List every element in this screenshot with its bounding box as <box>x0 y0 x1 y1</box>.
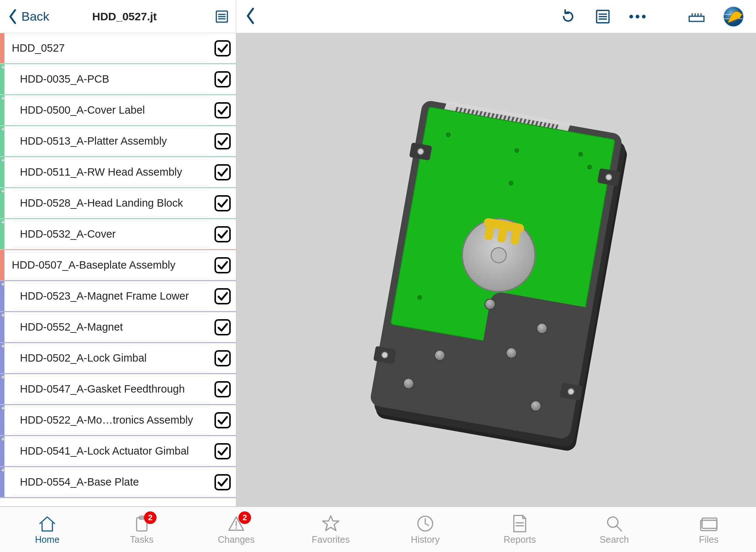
tree-row[interactable]: +HDD-0532_A-Cover <box>0 219 236 250</box>
tree-row[interactable]: +HDD-0541_A-Lock Actuator Gimbal <box>0 436 236 467</box>
svg-point-26 <box>608 517 618 527</box>
row-body: HDD-0547_A-Gasket Feedthrough <box>13 376 209 403</box>
part-label: HDD-0547_A-Gasket Feedthrough <box>20 383 185 395</box>
visibility-checkbox[interactable] <box>214 71 231 87</box>
expand-icon[interactable]: + <box>0 374 6 380</box>
expand-icon[interactable]: + <box>0 219 6 225</box>
visibility-checkbox[interactable] <box>214 195 231 211</box>
visibility-checkbox[interactable] <box>214 102 231 118</box>
visibility-checkbox[interactable] <box>214 443 231 459</box>
expand-icon[interactable]: + <box>0 95 6 101</box>
tree-row[interactable]: HDD_0527 <box>0 33 236 64</box>
visibility-checkbox[interactable] <box>214 350 231 366</box>
row-body: HDD_0527 <box>4 35 209 62</box>
tab-label: History <box>411 534 440 545</box>
tree-row[interactable]: +HDD-0547_A-Gasket Feedthrough <box>0 374 236 405</box>
3d-canvas[interactable] <box>236 33 756 506</box>
svg-point-10 <box>642 15 646 18</box>
viewer-back-button[interactable] <box>246 8 255 25</box>
tree-row[interactable]: +HDD-0500_A-Cover Label <box>0 95 236 126</box>
part-label: HDD-0554_A-Base Plate <box>20 476 139 488</box>
row-accent: + <box>0 219 4 249</box>
visibility-checkbox[interactable] <box>214 319 231 335</box>
tab-tasks[interactable]: Tasks2 <box>94 507 189 552</box>
list-view-icon[interactable] <box>214 9 229 24</box>
tab-history[interactable]: History <box>378 507 472 552</box>
part-label: HDD-0552_A-Magnet <box>20 321 123 333</box>
row-accent: + <box>0 312 4 342</box>
visibility-checkbox[interactable] <box>214 412 231 428</box>
ruler-icon <box>688 10 705 23</box>
part-label: HDD-0502_A-Lock Gimbal <box>20 352 147 364</box>
svg-marker-22 <box>323 516 339 531</box>
row-body: HDD-0522_A-Mo…tronics Assembly <box>13 407 209 434</box>
part-label: HDD-0528_A-Head Landing Block <box>20 197 183 209</box>
visibility-checkbox[interactable] <box>214 288 231 304</box>
tab-reports[interactable]: Reports <box>472 507 567 552</box>
expand-icon[interactable]: + <box>0 281 6 287</box>
chevron-left-icon <box>246 8 255 24</box>
tree-row[interactable]: +HDD-0554_A-Base Plate <box>0 467 236 498</box>
expand-icon[interactable]: + <box>0 436 6 442</box>
visibility-checkbox[interactable] <box>214 474 231 490</box>
expand-icon[interactable]: + <box>0 343 6 349</box>
part-label: HDD-0507_A-Baseplate Assembly <box>12 259 175 271</box>
tree-row[interactable]: +HDD-0511_A-RW Head Assembly <box>0 157 236 188</box>
more-button[interactable] <box>625 6 650 28</box>
reports-icon <box>509 514 530 533</box>
tree-row[interactable]: +HDD-0528_A-Head Landing Block <box>0 188 236 219</box>
visibility-checkbox[interactable] <box>214 381 231 397</box>
tab-label: Tasks <box>130 534 154 545</box>
refresh-icon <box>560 8 576 25</box>
back-button[interactable]: Back <box>8 9 49 24</box>
part-tree[interactable]: HDD_0527+HDD-0035_A-PCB+HDD-0500_A-Cover… <box>0 33 236 506</box>
expand-icon[interactable]: + <box>0 467 6 473</box>
tab-label: Changes <box>218 534 255 545</box>
tab-home[interactable]: Home <box>0 507 94 552</box>
expand-icon[interactable]: + <box>0 64 6 70</box>
measure-button[interactable] <box>684 6 709 28</box>
tab-favorites[interactable]: Favorites <box>284 507 378 552</box>
svg-rect-29 <box>702 518 717 528</box>
visibility-checkbox[interactable] <box>214 164 231 180</box>
more-icon <box>628 13 647 20</box>
expand-icon[interactable]: + <box>0 126 6 132</box>
tab-search[interactable]: Search <box>567 507 662 552</box>
visibility-checkbox[interactable] <box>214 40 231 56</box>
app-logo[interactable] <box>721 6 746 28</box>
part-label: HDD-0035_A-PCB <box>20 73 109 85</box>
part-label: HDD-0522_A-Mo…tronics Assembly <box>20 414 193 426</box>
tree-row[interactable]: +HDD-0035_A-PCB <box>0 64 236 95</box>
tree-row[interactable]: +HDD-0502_A-Lock Gimbal <box>0 343 236 374</box>
list-button[interactable] <box>590 6 616 28</box>
row-accent: + <box>0 64 4 94</box>
svg-point-21 <box>236 527 237 529</box>
expand-icon[interactable]: + <box>0 188 6 194</box>
expand-icon[interactable]: + <box>0 405 6 411</box>
tree-row[interactable]: +HDD-0522_A-Mo…tronics Assembly <box>0 405 236 436</box>
row-accent: + <box>0 157 4 187</box>
visibility-checkbox[interactable] <box>214 226 231 242</box>
tab-label: Favorites <box>312 534 350 545</box>
part-label: HDD-0511_A-RW Head Assembly <box>20 166 182 178</box>
expand-icon[interactable]: + <box>0 157 6 163</box>
home-icon <box>37 514 58 533</box>
part-label: HDD-0532_A-Cover <box>20 228 116 240</box>
tab-changes[interactable]: Changes2 <box>189 507 284 552</box>
tree-row[interactable]: +HDD-0523_A-Magnet Frame Lower <box>0 281 236 312</box>
viewer-toolbar <box>236 0 756 33</box>
history-icon <box>415 514 436 533</box>
refresh-button[interactable] <box>555 6 581 28</box>
expand-icon[interactable]: + <box>0 312 6 318</box>
favorites-icon <box>320 514 341 533</box>
tree-row[interactable]: +HDD-0552_A-Magnet <box>0 312 236 343</box>
hdd-model <box>369 100 623 440</box>
tree-row[interactable]: +HDD-0513_A-Platter Assembly <box>0 126 236 157</box>
list-icon <box>596 10 610 24</box>
tab-files[interactable]: Files <box>662 507 756 552</box>
row-body: HDD-0541_A-Lock Actuator Gimbal <box>13 438 209 465</box>
tree-row[interactable]: HDD-0507_A-Baseplate Assembly <box>0 250 236 281</box>
visibility-checkbox[interactable] <box>214 133 231 149</box>
visibility-checkbox[interactable] <box>214 257 231 273</box>
tab-label: Files <box>699 534 719 545</box>
